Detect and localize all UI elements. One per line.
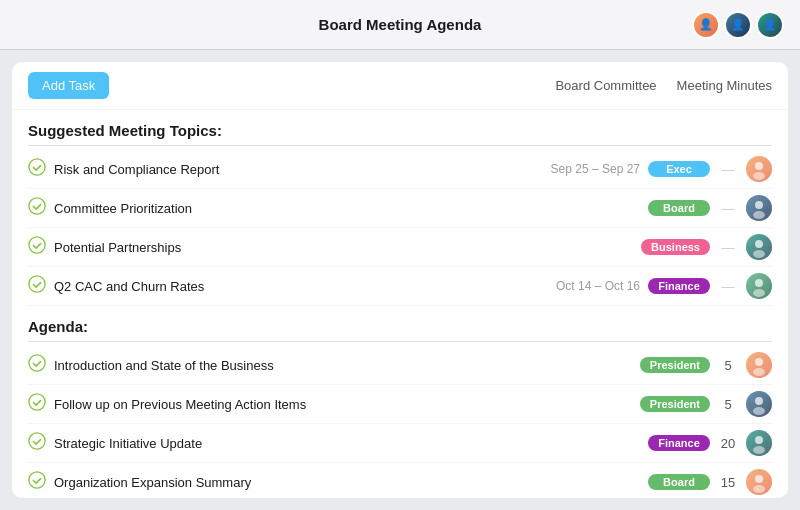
task-name: Follow up on Previous Meeting Action Ite… (54, 397, 632, 412)
task-number: 15 (718, 475, 738, 490)
task-avatar (746, 273, 772, 299)
task-name: Q2 CAC and Churn Rates (54, 279, 542, 294)
task-date: Sep 25 – Sep 27 (550, 162, 640, 176)
svg-point-23 (753, 407, 765, 415)
avatar-3: 👤 (756, 11, 784, 39)
task-row[interactable]: Follow up on Previous Meeting Action Ite… (28, 385, 772, 424)
task-avatar (746, 234, 772, 260)
task-number: 5 (718, 358, 738, 373)
task-name: Introduction and State of the Business (54, 358, 632, 373)
svg-point-15 (753, 289, 765, 297)
svg-point-28 (29, 472, 45, 488)
task-tag: President (640, 357, 710, 373)
svg-point-20 (29, 394, 45, 410)
task-row[interactable]: Potential PartnershipsBusiness— (28, 228, 772, 267)
svg-point-22 (755, 397, 763, 405)
check-icon (28, 471, 46, 493)
check-icon (28, 393, 46, 415)
check-icon (28, 158, 46, 180)
board-committee-link[interactable]: Board Committee (555, 78, 656, 93)
task-tag: Finance (648, 278, 710, 294)
section-title-1: Agenda: (28, 306, 772, 342)
task-name: Organization Expansion Summary (54, 475, 640, 490)
task-dash: — (718, 201, 738, 216)
task-name: Risk and Compliance Report (54, 162, 542, 177)
task-tag: Exec (648, 161, 710, 177)
svg-point-2 (755, 162, 763, 170)
check-icon (28, 432, 46, 454)
task-name: Committee Prioritization (54, 201, 640, 216)
svg-point-14 (755, 279, 763, 287)
task-row[interactable]: Q2 CAC and Churn RatesOct 14 – Oct 16Fin… (28, 267, 772, 306)
svg-point-0 (29, 159, 45, 175)
check-icon (28, 236, 46, 258)
svg-point-6 (755, 201, 763, 209)
task-avatar (746, 195, 772, 221)
app-header: Board Meeting Agenda 👤 👤 👤 (0, 0, 800, 50)
check-icon (28, 354, 46, 376)
task-name: Strategic Initiative Update (54, 436, 640, 451)
svg-point-30 (755, 475, 763, 483)
task-avatar (746, 352, 772, 378)
header-title: Board Meeting Agenda (319, 16, 482, 33)
content-area: Suggested Meeting Topics: Risk and Compl… (12, 110, 788, 498)
toolbar-links: Board Committee Meeting Minutes (555, 78, 772, 93)
svg-point-7 (753, 211, 765, 219)
task-dash: — (718, 240, 738, 255)
svg-point-26 (755, 436, 763, 444)
task-tag: Business (641, 239, 710, 255)
task-avatar (746, 391, 772, 417)
avatar-1: 👤 (692, 11, 720, 39)
svg-point-24 (29, 433, 45, 449)
task-name: Potential Partnerships (54, 240, 633, 255)
task-dash: — (718, 279, 738, 294)
svg-point-4 (29, 198, 45, 214)
svg-point-10 (755, 240, 763, 248)
task-tag: President (640, 396, 710, 412)
svg-point-12 (29, 276, 45, 292)
svg-point-19 (753, 368, 765, 376)
check-icon (28, 275, 46, 297)
svg-point-18 (755, 358, 763, 366)
toolbar: Add Task Board Committee Meeting Minutes (12, 62, 788, 110)
svg-point-16 (29, 355, 45, 371)
svg-point-31 (753, 485, 765, 493)
task-tag: Finance (648, 435, 710, 451)
task-row[interactable]: Introduction and State of the BusinessPr… (28, 346, 772, 385)
header-avatars: 👤 👤 👤 (692, 11, 784, 39)
task-number: 5 (718, 397, 738, 412)
task-dash: — (718, 162, 738, 177)
check-icon (28, 197, 46, 219)
svg-point-27 (753, 446, 765, 454)
task-avatar (746, 156, 772, 182)
task-tag: Board (648, 474, 710, 490)
meeting-minutes-link[interactable]: Meeting Minutes (677, 78, 772, 93)
add-task-button[interactable]: Add Task (28, 72, 109, 99)
section-title-0: Suggested Meeting Topics: (28, 110, 772, 146)
avatar-2: 👤 (724, 11, 752, 39)
task-avatar (746, 469, 772, 495)
task-tag: Board (648, 200, 710, 216)
task-avatar (746, 430, 772, 456)
task-row[interactable]: Risk and Compliance ReportSep 25 – Sep 2… (28, 150, 772, 189)
task-row[interactable]: Organization Expansion SummaryBoard15 (28, 463, 772, 498)
task-number: 20 (718, 436, 738, 451)
task-row[interactable]: Strategic Initiative UpdateFinance20 (28, 424, 772, 463)
task-row[interactable]: Committee PrioritizationBoard— (28, 189, 772, 228)
svg-point-11 (753, 250, 765, 258)
svg-point-8 (29, 237, 45, 253)
task-date: Oct 14 – Oct 16 (550, 279, 640, 293)
svg-point-3 (753, 172, 765, 180)
main-content: Add Task Board Committee Meeting Minutes… (12, 62, 788, 498)
